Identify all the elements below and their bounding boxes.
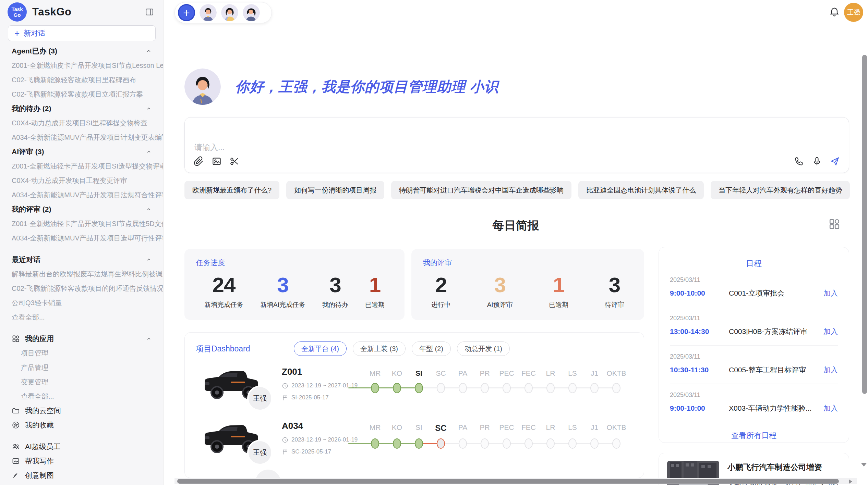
notifications-button[interactable] [829, 6, 840, 18]
vertical-scrollbar-thumb[interactable] [862, 55, 867, 394]
sidebar-section-recent[interactable]: 最近对话 [0, 252, 163, 267]
sidebar-item[interactable]: Z001-全新燃油皮卡产品开发项目SI节点Lesson Learn报告 [0, 58, 163, 73]
sidebar-item[interactable]: A034-全新新能源MUV产品开发项目造型可行性评审 [0, 231, 163, 245]
flag-icon [282, 449, 288, 455]
sidebar-help-write[interactable]: 帮我写作 [0, 454, 163, 468]
join-button[interactable]: 加入 [823, 327, 838, 336]
milestone-label: SI [408, 423, 430, 433]
sidebar-item-view-all[interactable]: 查看全部... [0, 310, 163, 324]
tab-model-year[interactable]: 年型 (2) [412, 341, 451, 356]
plus-icon: + [14, 29, 20, 38]
section-label: 最近对话 [12, 255, 40, 264]
project-row[interactable]: 王强 Z001 2023-12-19 ~ 2027-01-19 SI-2025-… [185, 362, 644, 413]
microphone-icon[interactable] [812, 156, 822, 166]
layout-grid-icon[interactable] [828, 218, 841, 230]
sidebar-item[interactable]: Z001-全新燃油轻卡产品开发项目SI节点属性5D文件评审 [0, 216, 163, 231]
join-button[interactable]: 加入 [823, 403, 838, 413]
milestone-label: FEC [518, 423, 540, 433]
sidebar-item[interactable]: 解释最新出台的欧盟报废车法规再生塑料比例被调至15%... [0, 267, 163, 281]
sidebar-item[interactable]: C02-飞腾新能源轻客改款项目立项汇报方案 [0, 87, 163, 101]
suggestion-chip[interactable]: 如何写一份清晰的项目周报 [286, 181, 384, 199]
sidebar-cloud-space[interactable]: 我的云空间 [0, 403, 163, 418]
sidebar-item[interactable]: Z001-全新燃油轻卡产品开发项目SI造型提交物评审 [0, 159, 163, 173]
stat-label: 待评审 [605, 300, 624, 309]
chevron-up-icon [146, 48, 152, 54]
sidebar-collapse-button[interactable] [145, 8, 154, 16]
view-all-schedule-link[interactable]: 查看所有日程 [670, 422, 838, 449]
project-info: A034 2023-12-19 ~ 2026-01-19 SC-2025-05-… [282, 421, 361, 455]
stat-value: 3 [605, 272, 624, 298]
milestone-dot [540, 382, 562, 394]
avatar[interactable] [200, 4, 217, 21]
milestone-labels: MR KO SI SC PA PR PEC FEC LR LS J1 OKTB [364, 423, 627, 433]
attachment-icon[interactable] [194, 156, 204, 166]
sidebar-item[interactable]: A034-全新新能源MUV产品开发项目法规符合性评审 [0, 188, 163, 202]
owner-name: 王强 [253, 448, 267, 457]
project-code: Z001 [282, 366, 361, 377]
stat-label: 已逾期 [549, 300, 568, 309]
horizontal-scrollbar-thumb[interactable] [177, 479, 839, 484]
sidebar-app-product-mgmt[interactable]: 产品管理 [0, 360, 163, 375]
scroll-down-arrow-icon[interactable] [861, 463, 867, 467]
sidebar-app-change-mgmt[interactable]: 变更管理 [0, 375, 163, 389]
stat-value: 3 [487, 272, 513, 298]
milestone-dot [430, 382, 452, 394]
horizontal-scrollbar[interactable] [174, 478, 857, 484]
add-conversation-button[interactable]: + [178, 4, 195, 21]
greeting-text: 你好，王强，我是你的项目管理助理 小识 [235, 77, 498, 96]
stat-value: 1 [549, 272, 568, 298]
sidebar-item[interactable]: A034-全新新能源MUV产品开发项目计划变更表编写 [0, 130, 163, 145]
app-title: TaskGo [32, 6, 71, 18]
sidebar-item[interactable]: C0X4-动力总成开发项目SI里程碑提交物检查 [0, 116, 163, 130]
scissors-icon[interactable] [229, 156, 240, 166]
chat-composer[interactable]: 请输入... [184, 117, 849, 173]
image-upload-icon[interactable] [212, 156, 222, 166]
tab-powertrain[interactable]: 动总开发 (1) [457, 341, 510, 356]
avatar[interactable] [221, 4, 238, 21]
sidebar-section-my-todo[interactable]: 我的待办 (2) [0, 101, 163, 116]
join-button[interactable]: 加入 [823, 365, 838, 375]
avatar[interactable] [243, 4, 260, 21]
sidebar-item[interactable]: 公司Q3轻卡销量 [0, 296, 163, 310]
scroll-right-arrow-icon[interactable] [849, 480, 852, 484]
suggestion-chip[interactable]: 当下年轻人对汽车外观有怎样的喜好趋势 [711, 181, 850, 199]
sidebar-item[interactable]: C0X4-动力总成开发项目工程变更评审 [0, 173, 163, 188]
panel-collapse-icon [145, 8, 154, 16]
sidebar-section-agent-done[interactable]: Agent已办 (3) [0, 44, 163, 58]
clock-icon [282, 383, 288, 389]
join-button[interactable]: 加入 [823, 288, 838, 298]
stat-label: 新增完成任务 [204, 300, 243, 309]
image-icon [12, 457, 20, 465]
send-icon[interactable] [830, 156, 840, 166]
sidebar-section-ai-review[interactable]: AI评审 (3) [0, 145, 163, 159]
my-reviews-title: 我的评审 [423, 258, 632, 268]
stat-ai-pre-review: 3 AI预评审 [487, 272, 513, 309]
sidebar-item[interactable]: C02-飞腾新能源轻客改款项目里程碑画布 [0, 73, 163, 87]
sidebar-app-project-mgmt[interactable]: 项目管理 [0, 346, 163, 360]
project-row[interactable]: 王强 A034 2023-12-19 ~ 2026-01-19 SC-2025-… [185, 416, 644, 467]
daily-brief-title: 每日简报 [174, 218, 857, 234]
schedule-event: 2025/03/11 9:00-10:00 C001-立项审批会 加入 [670, 269, 838, 307]
stat-label: AI预评审 [487, 300, 513, 309]
milestone-label: KO [386, 423, 408, 433]
user-avatar[interactable]: 王强 [844, 3, 863, 22]
suggestion-chip[interactable]: 欧洲新规最近颁布了什么? [184, 181, 279, 199]
tab-new-platform[interactable]: 全新平台 (4) [294, 341, 347, 356]
sidebar-item[interactable]: C02-飞腾新能源轻客改款项目的闭环通告反馈情况 [0, 281, 163, 296]
project-date-range: 2023-12-19 ~ 2027-01-19 [291, 382, 358, 389]
bell-icon [829, 6, 840, 18]
milestone-label: J1 [583, 423, 605, 433]
phone-call-icon[interactable] [794, 156, 804, 166]
suggestion-chip[interactable]: 特朗普可能对进口汽车增税会对中国车企造成哪些影响 [391, 181, 571, 199]
new-chat-button[interactable]: + 新对话 [8, 25, 156, 41]
next-project-peek [255, 470, 281, 478]
sidebar-creative-draw[interactable]: 创意制图 [0, 468, 163, 483]
sidebar-ai-employee[interactable]: AI超级员工 [0, 439, 163, 454]
sidebar-my-apps[interactable]: 我的应用 [0, 332, 163, 346]
sidebar-app-view-all[interactable]: 查看全部... [0, 389, 163, 403]
tab-new-body[interactable]: 全新上装 (3) [353, 341, 406, 356]
task-progress-card: 任务进度 24 新增完成任务 3 新增AI完成任务 3 我的待办 1 已逾期 [184, 249, 405, 320]
sidebar-favorites[interactable]: 我的收藏 [0, 418, 163, 432]
sidebar-section-my-review[interactable]: 我的评审 (2) [0, 202, 163, 216]
suggestion-chip[interactable]: 比亚迪全固态电池计划具体说了什么 [578, 181, 704, 199]
